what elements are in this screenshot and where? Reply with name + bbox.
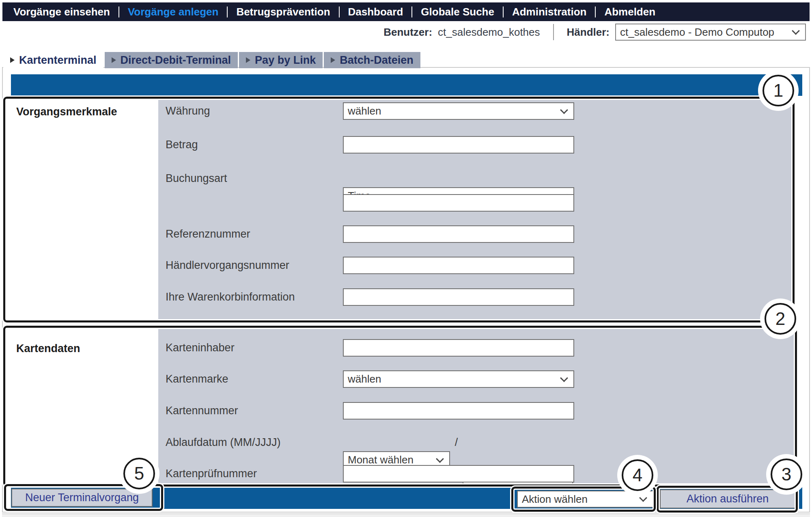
user-bar: Benutzer: ct_salesdemo_kothes Händler: c… — [0, 23, 806, 41]
field-label: Kartennummer — [166, 402, 238, 420]
chevron-down-icon — [639, 494, 647, 502]
nav-item-abmelden[interactable]: Abmelden — [596, 6, 664, 18]
field-label: Betrag — [166, 136, 198, 154]
toolbar-top — [11, 74, 802, 96]
aktion-select-value: Aktion wählen — [522, 493, 588, 506]
tab-label: Kartenterminal — [19, 54, 97, 67]
buchungsart-zusatz-input[interactable] — [343, 194, 574, 212]
kartenpruefnummer-input[interactable] — [343, 465, 574, 482]
field-label: Kartenprüfnummer — [166, 465, 257, 482]
tab-batch-dateien[interactable]: Batch-Dateien — [324, 52, 420, 68]
tab-label: Direct-Debit-Terminal — [121, 54, 231, 67]
new-terminal-button[interactable]: Neuer Terminalvorgang — [11, 489, 153, 507]
chevron-down-icon — [436, 455, 444, 463]
nav-item-administration[interactable]: Administration — [504, 6, 595, 18]
tab-pay-by-link[interactable]: Pay by Link — [239, 52, 323, 68]
nav-item-vorgaenge-anlegen[interactable]: Vorgänge anlegen — [119, 6, 227, 18]
field-label: Kartenmarke — [166, 370, 228, 388]
tab-direct-debit-terminal[interactable]: Direct-Debit-Terminal — [105, 52, 238, 68]
field-label: Währung — [166, 102, 210, 120]
field-label: Buchungsart — [166, 170, 227, 187]
date-separator: / — [450, 434, 463, 451]
top-nav: Vorgänge einsehenVorgänge anlegenBetrugs… — [2, 2, 810, 21]
tab-label: Pay by Link — [255, 54, 316, 67]
benutzer-value: ct_salesdemo_kothes — [438, 26, 540, 39]
nav-item-globale-suche[interactable]: Globale Suche — [412, 6, 503, 18]
chevron-down-icon — [792, 27, 800, 35]
section-kartendaten: KartendatenKarteninhaberKartenmarkewähle… — [6, 327, 796, 487]
field-label: Ablaufdatum (MM/JJJJ) — [166, 434, 281, 451]
section-vorgangsmerkmale: VorgangsmerkmaleWährungwählenBetragBuchu… — [6, 100, 796, 320]
chevron-down-icon — [560, 374, 568, 382]
field-label: Ihre Warenkorbinformation — [166, 288, 295, 306]
tab-arrow-icon — [112, 57, 116, 63]
ablaufdatum-monat-select-value: Monat wählen — [348, 454, 414, 466]
field-label: Karteninhaber — [166, 339, 235, 357]
kartennummer-input[interactable] — [343, 402, 574, 420]
tab-label: Batch-Dateien — [340, 54, 414, 67]
user-bar-divider — [553, 24, 554, 40]
nav-item-betrugspraevention[interactable]: Betrugsprävention — [228, 6, 338, 18]
action-execute-button[interactable]: Aktion ausführen — [660, 489, 795, 508]
haendler-select-value: ct_salesdemo - Demo Computop — [620, 26, 774, 39]
chevron-down-icon — [560, 106, 568, 114]
field-label: Händlervorgangsnummer — [166, 257, 289, 274]
tab-arrow-icon — [10, 57, 15, 63]
haendler-label: Händler: — [567, 26, 610, 39]
kartenmarke-select[interactable]: wählen — [343, 370, 574, 388]
section-title: Kartendaten — [16, 340, 80, 357]
nav-item-vorgaenge-einsehen[interactable]: Vorgänge einsehen — [5, 6, 118, 18]
betrag-input[interactable] — [343, 136, 574, 154]
referenznummer-input[interactable] — [343, 225, 574, 243]
warenkorbinformation-input[interactable] — [343, 288, 574, 306]
tab-row: KartenterminalDirect-Debit-TerminalPay b… — [3, 52, 422, 68]
karteninhaber-input[interactable] — [343, 339, 574, 357]
haendlervorgangsnummer-input[interactable] — [343, 257, 574, 274]
tab-kartenterminal[interactable]: Kartenterminal — [3, 52, 103, 68]
tab-arrow-icon — [331, 57, 335, 63]
waehrung-select[interactable]: wählen — [343, 102, 574, 120]
haendler-select[interactable]: ct_salesdemo - Demo Computop — [615, 24, 806, 41]
tab-arrow-icon — [246, 57, 250, 63]
nav-item-dashboard[interactable]: Dashboard — [340, 6, 412, 18]
benutzer-label: Benutzer: — [383, 26, 432, 39]
waehrung-select-value: wählen — [348, 105, 381, 117]
page: Vorgänge einsehenVorgänge anlegenBetrugs… — [0, 0, 812, 517]
section-title: Vorgangsmerkmale — [16, 103, 117, 121]
bottom-strip — [2, 513, 810, 517]
kartenmarke-select-value: wählen — [348, 373, 381, 385]
aktion-select[interactable]: Aktion wählen — [517, 491, 653, 508]
field-label: Referenznummer — [166, 225, 250, 243]
